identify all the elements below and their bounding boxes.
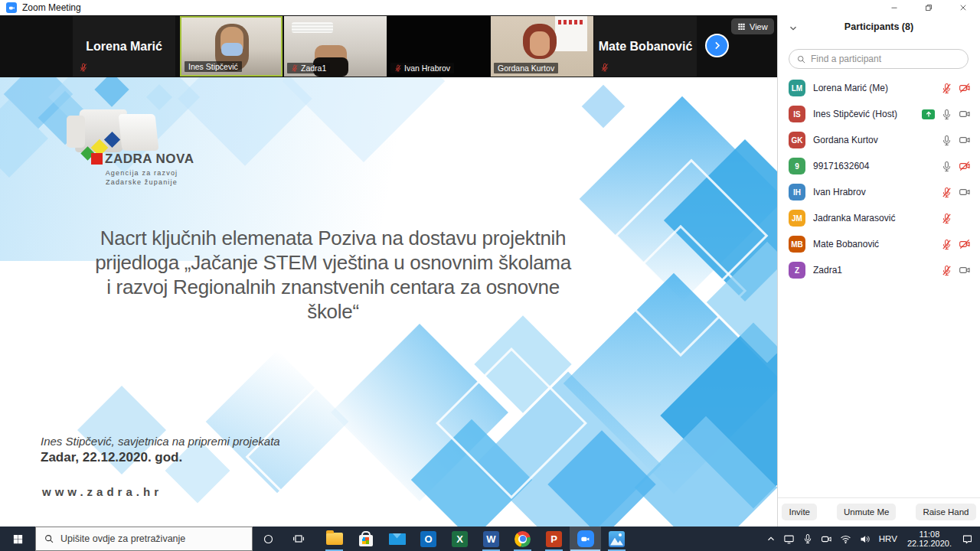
- taskbar-search-box[interactable]: [35, 527, 253, 551]
- invite-button[interactable]: Invite: [782, 504, 817, 520]
- taskbar-store-icon[interactable]: [350, 527, 381, 551]
- taskbar-powerpoint-icon[interactable]: P: [538, 527, 570, 551]
- title-bar: Zoom Meeting: [0, 0, 980, 15]
- microphone-tray-icon[interactable]: [799, 527, 817, 551]
- slide-date: Zadar, 22.12.2020. god.: [41, 450, 182, 465]
- participant-row[interactable]: JM Jadranka Marasović: [778, 205, 980, 231]
- participant-name: Lorena Marić (Me): [813, 83, 941, 93]
- raise-hand-button[interactable]: Raise Hand: [916, 504, 975, 520]
- restore-button[interactable]: [911, 0, 946, 15]
- display-sync-icon[interactable]: [779, 527, 799, 551]
- video-off-icon: [959, 238, 971, 250]
- avatar: GK: [789, 132, 805, 148]
- find-participant-input[interactable]: [811, 54, 961, 64]
- find-participant-box[interactable]: [789, 49, 969, 69]
- participant-name: 99171632604: [813, 161, 941, 171]
- unmute-me-button[interactable]: Unmute Me: [837, 504, 896, 520]
- mic-on-icon: [941, 109, 952, 120]
- mic-muted-icon: [941, 187, 952, 198]
- logo-building: [118, 114, 158, 151]
- participant-name: Ines Stipčević (Host): [813, 109, 922, 119]
- participant-name: Gordana Kurtov: [813, 135, 941, 145]
- view-button[interactable]: View: [731, 18, 774, 34]
- search-icon: [796, 54, 806, 64]
- tile-name: Lorena Marić: [73, 16, 175, 77]
- start-button[interactable]: [0, 527, 35, 551]
- video-tile-mate[interactable]: Mate Bobanović: [594, 16, 697, 77]
- minimize-button[interactable]: [877, 0, 911, 15]
- cortana-button[interactable]: [253, 527, 283, 551]
- taskbar-photos-icon[interactable]: [601, 527, 632, 551]
- taskbar-outlook-icon[interactable]: O: [413, 527, 444, 551]
- volume-icon[interactable]: [855, 527, 874, 551]
- mic-muted-icon: [394, 64, 402, 72]
- calendar-marks: [558, 20, 584, 24]
- video-on-icon: [959, 264, 971, 276]
- language-indicator[interactable]: HRV: [874, 534, 902, 543]
- mic-on-icon: [941, 161, 952, 172]
- participant-row[interactable]: GK Gordana Kurtov: [778, 127, 980, 153]
- video-on-icon: [959, 134, 971, 146]
- logo-tagline: Zadarske županije: [73, 178, 211, 186]
- wifi-icon[interactable]: [836, 527, 855, 551]
- video-tile-lorena[interactable]: Lorena Marić: [73, 16, 175, 77]
- zoom-app-icon: [6, 2, 17, 13]
- mic-muted-icon: [79, 63, 88, 72]
- hidden-icons-chevron[interactable]: [763, 527, 779, 551]
- mic-muted-icon: [291, 64, 299, 72]
- window-title: Zoom Meeting: [22, 2, 81, 13]
- avatar: Z: [789, 262, 805, 279]
- zadra-nova-logo: ZADRA NOVA Agencija za razvoj Zadarske ž…: [42, 108, 226, 200]
- windows-taskbar: O X W P HRV 11:08 22.12.2020.: [0, 527, 980, 551]
- clock-time: 11:08: [907, 530, 952, 540]
- video-tile-ines[interactable]: Ines Stipčević: [180, 16, 283, 77]
- task-view-button[interactable]: [283, 527, 314, 551]
- participant-row[interactable]: IS Ines Stipčević (Host): [778, 101, 980, 127]
- tile-name: Mate Bobanović: [594, 16, 697, 77]
- participants-title: Participants (8): [778, 21, 980, 32]
- clock[interactable]: 11:08 22.12.2020.: [902, 530, 957, 549]
- logo-red-square: [91, 153, 103, 165]
- screen-share-icon: [922, 109, 935, 119]
- avatar: IH: [789, 184, 805, 201]
- logo-brand-text: ZADRA NOVA: [105, 152, 194, 167]
- logo-building: [67, 116, 85, 148]
- action-center-icon[interactable]: [957, 527, 980, 551]
- participant-name: Jadranka Marasović: [813, 213, 941, 223]
- participant-row[interactable]: Z Zadra1: [778, 257, 980, 283]
- windows-logo-icon: [12, 533, 24, 545]
- next-videos-button[interactable]: [705, 34, 729, 57]
- participants-list: LM Lorena Marić (Me) IS Ines Stipčević (…: [778, 75, 980, 283]
- video-tile-gordana[interactable]: Gordana Kurtov: [491, 16, 593, 77]
- mic-muted-icon: [941, 265, 952, 276]
- panel-divider: [778, 497, 980, 498]
- taskbar-mail-icon[interactable]: [381, 527, 413, 551]
- taskbar-apps: O X W P: [318, 527, 632, 551]
- taskbar-zoom-icon[interactable]: [570, 527, 601, 551]
- video-tile-zadra1[interactable]: Zadra1: [284, 16, 387, 77]
- air-conditioner: [292, 22, 333, 33]
- avatar: LM: [789, 80, 805, 96]
- tile-name-label: Ivan Hrabrov: [390, 63, 454, 73]
- search-icon: [44, 533, 54, 544]
- video-thumbnail-strip: Lorena Marić Ines Stipčević Zadra1 Ivan …: [0, 15, 777, 77]
- camera-tray-icon[interactable]: [817, 527, 836, 551]
- close-button[interactable]: [946, 0, 980, 15]
- shared-screen-slide: ZADRA NOVA Agencija za razvoj Zadarske ž…: [0, 77, 777, 527]
- zoom-meeting-window: Zoom Meeting Lorena Marić Ines Stipčević…: [0, 0, 980, 551]
- taskbar-chrome-icon[interactable]: [507, 527, 538, 551]
- taskbar-word-icon[interactable]: W: [475, 527, 507, 551]
- participant-name: Zadra1: [813, 265, 941, 276]
- participant-name: Ivan Hrabrov: [813, 187, 941, 197]
- taskbar-excel-icon[interactable]: X: [444, 527, 475, 551]
- participant-row[interactable]: MB Mate Bobanović: [778, 231, 980, 257]
- participant-row[interactable]: LM Lorena Marić (Me): [778, 75, 980, 101]
- participant-row[interactable]: IH Ivan Hrabrov: [778, 179, 980, 205]
- participant-row[interactable]: 9 99171632604: [778, 153, 980, 179]
- mic-muted-icon: [941, 213, 952, 224]
- taskbar-search-input[interactable]: [60, 533, 244, 544]
- taskbar-file-explorer-icon[interactable]: [318, 527, 350, 551]
- video-on-icon: [959, 108, 971, 120]
- avatar: MB: [789, 236, 805, 253]
- video-tile-ivan[interactable]: Ivan Hrabrov: [387, 16, 490, 77]
